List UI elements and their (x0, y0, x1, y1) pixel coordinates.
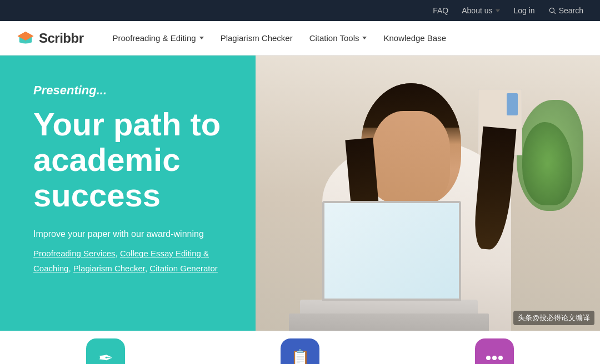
proofreading-services-link[interactable]: Proofreading Services (33, 249, 116, 258)
hero-title-line2: academic (33, 141, 180, 178)
search-link[interactable]: Search (559, 6, 583, 15)
college-essay-link[interactable]: College Essay Editing & (120, 249, 209, 258)
hero-presenting: Presenting... (33, 83, 221, 98)
nav-plagiarism[interactable]: Plagiarism Checker (214, 29, 299, 47)
icon-proofreading[interactable]: ✒ (86, 338, 125, 365)
about-chevron-icon (496, 9, 500, 12)
nav-citation-label: Citation Tools (309, 33, 359, 43)
hero-title-line1: Your path to (33, 106, 221, 142)
svg-point-0 (549, 8, 554, 12)
watermark: 头条@投必得论文编译 (513, 311, 594, 325)
hero-title: Your path to academic success (33, 107, 221, 213)
nav-plagiarism-label: Plagiarism Checker (221, 33, 293, 43)
hero-subtitle: Improve your paper with our award-winnin… (33, 229, 221, 239)
nav-knowledge[interactable]: Knowledge Base (377, 29, 453, 47)
faq-link[interactable]: FAQ (433, 6, 448, 15)
logo-text: Scribbr (39, 31, 84, 46)
coaching-link[interactable]: Coaching (33, 264, 68, 273)
hero-section: Presenting... Your path to academic succ… (0, 55, 600, 331)
icon-citation[interactable] (475, 338, 514, 365)
icon-plagiarism[interactable]: 📋 (281, 338, 319, 365)
hero-content: Presenting... Your path to academic succ… (0, 55, 248, 298)
logo[interactable]: Scribbr (17, 31, 84, 46)
header: Scribbr Proofreading & Editing Plagiaris… (0, 21, 600, 55)
hero-title-line3: success (33, 177, 161, 213)
about-wrapper[interactable]: About us (462, 6, 500, 15)
nav-proofreading-label: Proofreading & Editing (113, 33, 196, 43)
hero-links: Proofreading Services, College Essay Edi… (33, 246, 221, 276)
plagiarism-checker-link[interactable]: Plagiarism Checker (73, 264, 145, 273)
icons-strip: ✒ 📋 (0, 331, 600, 364)
main-nav: Proofreading & Editing Plagiarism Checke… (106, 29, 583, 47)
search-icon (548, 7, 556, 14)
svg-line-1 (553, 12, 555, 14)
nav-knowledge-label: Knowledge Base (383, 33, 446, 43)
search-item[interactable]: Search (548, 6, 583, 15)
citation-chevron-icon (362, 37, 367, 39)
nav-citation[interactable]: Citation Tools (303, 29, 374, 47)
about-link[interactable]: About us (462, 6, 492, 15)
nav-proofreading[interactable]: Proofreading & Editing (106, 29, 211, 47)
hero-photo (256, 55, 600, 331)
top-bar: FAQ About us Log in Search (0, 0, 600, 21)
proofreading-chevron-icon (199, 37, 204, 39)
login-link[interactable]: Log in (513, 6, 534, 15)
logo-icon (17, 31, 34, 46)
citation-generator-link[interactable]: Citation Generator (149, 264, 218, 273)
